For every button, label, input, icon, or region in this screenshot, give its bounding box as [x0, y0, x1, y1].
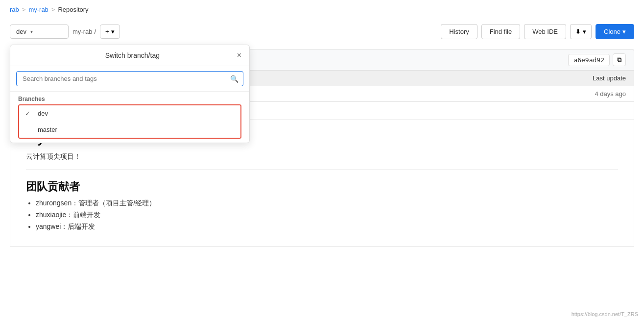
path-separator: /: [94, 28, 96, 35]
readme-contributors-list: zhurongsen：管理者（项目主管/经理） zhuxiaojie：前端开发 …: [26, 199, 618, 231]
branch-selector-label: dev: [16, 28, 26, 35]
branch-item-name: master: [38, 126, 57, 133]
branch-search-input[interactable]: [16, 71, 243, 86]
dropdown-header: Switch branch/tag ×: [10, 45, 249, 66]
branches-section: Branches ✓ dev master: [10, 92, 249, 143]
commit-hash: a6e9ad92: [568, 54, 610, 66]
search-icon: 🔍: [230, 75, 239, 83]
branch-chevron-icon: ▾: [30, 29, 33, 34]
download-chevron-icon: ▾: [583, 28, 586, 35]
branch-dropdown: Switch branch/tag × 🔍 Branches ✓ dev mas…: [10, 45, 250, 143]
toolbar: dev ▾ my-rab / + ▾ History Find file Web…: [0, 19, 644, 44]
add-icon: +: [105, 28, 109, 35]
branch-selector[interactable]: dev ▾: [10, 25, 69, 39]
branch-check-icon: ✓: [25, 110, 33, 117]
branch-search-box: 🔍: [10, 66, 249, 92]
breadcrumb: rab > my-rab > Repository: [0, 0, 644, 19]
files-col-update: Last update: [593, 74, 626, 82]
branch-list: ✓ dev master: [18, 104, 241, 139]
download-icon: ⬇: [575, 28, 581, 35]
readme-divider: [26, 169, 618, 170]
history-button[interactable]: History: [441, 24, 477, 39]
web-ide-button[interactable]: Web IDE: [524, 24, 566, 39]
commit-hash-box: a6e9ad92 ⧉: [568, 53, 626, 66]
file-update: 4 days ago: [595, 90, 626, 98]
branches-label: Branches: [18, 96, 241, 102]
branch-item-master[interactable]: master: [19, 122, 240, 138]
breadcrumb-my-rab[interactable]: my-rab: [28, 6, 48, 13]
list-item: zhurongsen：管理者（项目主管/经理）: [36, 199, 618, 208]
clone-label: Clone: [604, 28, 620, 35]
branch-check-empty: [25, 126, 33, 133]
dropdown-close-button[interactable]: ×: [237, 51, 241, 60]
download-button[interactable]: ⬇ ▾: [570, 24, 592, 39]
add-file-button[interactable]: + ▾: [100, 25, 120, 39]
find-file-button[interactable]: Find file: [481, 24, 521, 39]
copy-hash-button[interactable]: ⧉: [613, 53, 626, 66]
path-segment: my-rab /: [72, 28, 96, 35]
clone-chevron-icon: ▾: [622, 28, 626, 35]
repo-name: my-rab: [72, 28, 92, 35]
breadcrumb-rab[interactable]: rab: [10, 6, 19, 13]
breadcrumb-sep-1: >: [22, 6, 26, 13]
breadcrumb-current: Repository: [58, 6, 88, 13]
readme-contributors-heading: 团队贡献者: [26, 179, 618, 194]
list-item: zhuxiaojie：前端开发: [36, 211, 618, 220]
breadcrumb-sep-2: >: [51, 6, 55, 13]
clone-button[interactable]: Clone ▾: [596, 24, 634, 39]
readme-subtitle: 云计算顶尖项目！: [26, 152, 618, 161]
dropdown-title: Switch branch/tag: [28, 51, 237, 59]
list-item: yangwei：后端开发: [36, 222, 618, 231]
branch-item-dev[interactable]: ✓ dev: [19, 105, 240, 122]
add-chevron-icon: ▾: [111, 28, 115, 35]
branch-item-name: dev: [38, 110, 48, 117]
